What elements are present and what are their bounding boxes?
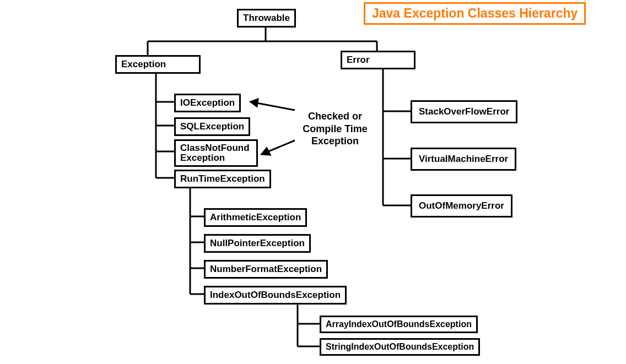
svg-line-23 [262, 140, 295, 154]
node-virtualmachine: VirtualMachineError [411, 148, 516, 171]
node-exception: Exception [115, 55, 201, 74]
node-classnotfound: ClassNotFound Exception [174, 139, 258, 167]
node-error: Error [341, 51, 415, 69]
node-ioexception: IOException [174, 94, 241, 112]
node-stackoverflow: StackOverFlowError [411, 100, 517, 123]
svg-line-21 [251, 102, 295, 110]
node-arrayindex: ArrayIndexOutOfBoundsException [320, 316, 478, 333]
node-numberformat: NumberFormatException [204, 260, 328, 279]
node-nullpointer: NullPointerException [204, 234, 311, 253]
connectors [0, 0, 626, 364]
node-throwable: Throwable [237, 9, 296, 28]
diagram-title: Java Exception Classes Hierarchy [364, 2, 586, 25]
svg-marker-24 [262, 148, 270, 155]
node-sqlexception: SQLException [174, 117, 250, 136]
svg-marker-22 [251, 99, 258, 106]
diagram-canvas: Java Exception Classes Hierarchy Throwab… [0, 0, 626, 364]
node-runtime: RunTimeException [174, 170, 271, 188]
annotation-checked: Checked or Compile Time Exception [296, 110, 374, 148]
node-outofmemory: OutOfMemoryError [411, 194, 512, 218]
node-arithmetic: ArithmeticException [204, 208, 307, 227]
node-indexoob: IndexOutOfBoundsException [204, 286, 347, 305]
node-stringindex: StringIndexOutOfBoundsException [320, 338, 480, 356]
